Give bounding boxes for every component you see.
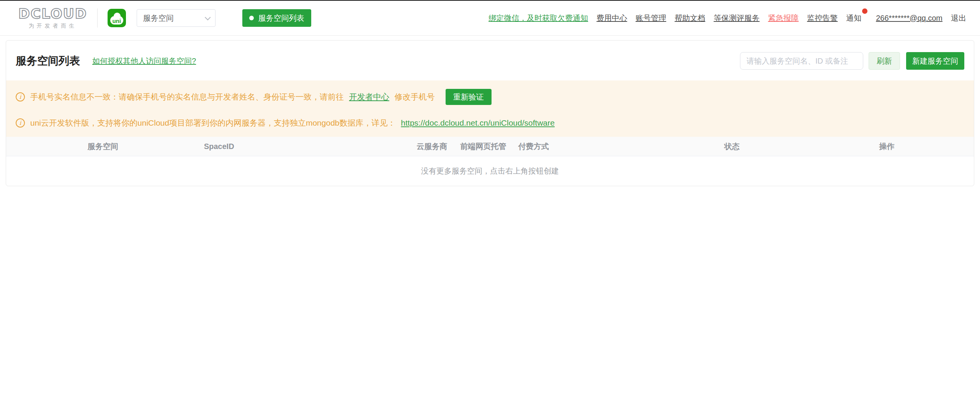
column-header-payment-method: 付费方式 <box>518 141 549 152</box>
app-header: DCLOUD 为开发者而生 uni 服务空间 服务空间列表 绑定微信，及时获取欠… <box>0 1 980 36</box>
warning-banner: i 手机号实名信息不一致：请确保手机号的实名信息与开发者姓名、身份证号一致，请前… <box>6 80 974 137</box>
phone-verify-text: 手机号实名信息不一致：请确保手机号的实名信息与开发者姓名、身份证号一致，请前往 … <box>30 91 435 102</box>
space-list-nav-button[interactable]: 服务空间列表 <box>242 9 311 27</box>
reverify-button[interactable]: 重新验证 <box>446 89 492 105</box>
nav-link-notifications[interactable]: 通知 <box>846 13 861 23</box>
space-select-dropdown[interactable]: 服务空间 <box>137 9 216 27</box>
space-select-value: 服务空间 <box>143 13 174 23</box>
nav-link-bind-wechat[interactable]: 绑定微信，及时获取欠费通知 <box>488 13 588 23</box>
unicloud-software-text: uni云开发软件版，支持将你的uniCloud项目部署到你的内网服务器，支持独立… <box>30 117 558 128</box>
column-header-actions: 操作 <box>879 141 894 152</box>
dcloud-logo[interactable]: DCLOUD 为开发者而生 <box>18 7 87 29</box>
nav-link-emergency-report[interactable]: 紧急报障 <box>768 13 799 23</box>
nav-link-help-docs[interactable]: 帮助文档 <box>675 13 705 23</box>
unicloud-icon[interactable]: uni <box>108 9 126 27</box>
card-toolbar: 服务空间列表 如何授权其他人访问服务空间? 刷新 新建服务空间 <box>6 41 974 80</box>
info-circle-icon: i <box>16 92 25 102</box>
column-header-space-id: SpaceID <box>204 142 234 151</box>
alert-text-before: uni云开发软件版，支持将你的uniCloud项目部署到你的内网服务器，支持独立… <box>30 118 396 127</box>
phone-verify-alert: i 手机号实名信息不一致：请确保手机号的实名信息与开发者姓名、身份证号一致，请前… <box>6 83 974 111</box>
active-dot-icon <box>249 16 254 20</box>
column-header-frontend-hosting: 前端网页托管 <box>460 141 506 152</box>
notifications-label: 通知 <box>846 14 861 22</box>
developer-center-link[interactable]: 开发者中心 <box>349 92 389 101</box>
chevron-down-icon <box>205 14 211 20</box>
nav-link-monitor-alert[interactable]: 监控告警 <box>807 13 838 23</box>
unicloud-software-alert: i uni云开发软件版，支持将你的uniCloud项目部署到你的内网服务器，支持… <box>6 111 974 134</box>
table-header-row: 服务空间 SpaceID 云服务商 前端网页托管 付费方式 状态 操作 <box>6 137 974 156</box>
space-list-nav-label: 服务空间列表 <box>258 13 304 23</box>
help-authorize-link[interactable]: 如何授权其他人访问服务空间? <box>92 56 196 66</box>
column-header-cloud-provider: 云服务商 <box>416 141 447 152</box>
nav-link-security-evaluation[interactable]: 等保测评服务 <box>714 13 760 23</box>
header-nav: 绑定微信，及时获取欠费通知 费用中心 账号管理 帮助文档 等保测评服务 紧急报障… <box>488 13 966 23</box>
nav-link-user-email[interactable]: 266*******@qq.com <box>876 14 942 23</box>
space-list-card: 服务空间列表 如何授权其他人访问服务空间? 刷新 新建服务空间 i 手机号实名信… <box>6 40 974 186</box>
search-input[interactable] <box>740 52 863 70</box>
refresh-button[interactable]: 刷新 <box>869 52 900 70</box>
software-doc-link[interactable]: https://doc.dcloud.net.cn/uniCloud/softw… <box>401 118 555 127</box>
alert-text-after: 修改手机号 <box>395 92 435 101</box>
table-empty-state: 没有更多服务空间，点击右上角按钮创建 <box>6 156 974 186</box>
column-header-status: 状态 <box>724 141 740 152</box>
page-title: 服务空间列表 <box>16 54 80 68</box>
dcloud-logo-text: DCLOUD <box>18 7 87 21</box>
nav-link-account-management[interactable]: 账号管理 <box>635 13 666 23</box>
nav-link-billing-center[interactable]: 费用中心 <box>596 13 627 23</box>
notification-dot-badge <box>862 8 867 14</box>
dcloud-logo-tagline: 为开发者而生 <box>29 23 77 29</box>
column-header-space-name: 服务空间 <box>88 141 118 152</box>
uni-badge-label: uni <box>108 18 126 24</box>
header-divider <box>97 8 98 28</box>
nav-link-logout[interactable]: 退出 <box>951 13 966 23</box>
create-space-button[interactable]: 新建服务空间 <box>906 52 964 70</box>
info-circle-icon: i <box>16 118 25 128</box>
alert-text-before: 手机号实名信息不一致：请确保手机号的实名信息与开发者姓名、身份证号一致，请前往 <box>30 92 344 101</box>
